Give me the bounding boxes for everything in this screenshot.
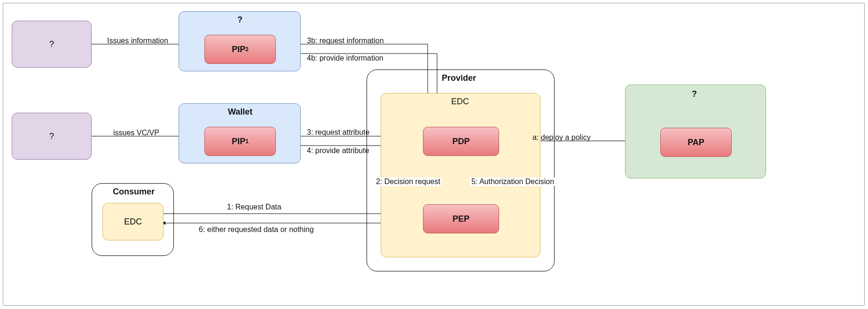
edge-3: 3: request attribute: [305, 128, 371, 137]
wallet-title: Wallet: [228, 107, 252, 117]
pap-container-title: ?: [692, 89, 697, 99]
issuer-mid-box: ?: [12, 113, 92, 160]
issuer-top-label: ?: [49, 39, 54, 49]
edge-4: 4: provide attribute: [305, 147, 371, 155]
consumer-edc-label: EDC: [124, 217, 142, 227]
edge-5: 5: Authorization Decision: [470, 178, 555, 186]
edge-a: a: deploy a policy: [531, 133, 592, 142]
edge-2: 2: Decision request: [375, 178, 442, 186]
pdp-label: PDP: [452, 137, 469, 147]
pdp-module: PDP: [423, 127, 499, 156]
consumer-title: Consumer: [113, 187, 155, 197]
edge-4b: 4b: provide information: [305, 54, 385, 62]
edge-3b: 3b: request information: [305, 37, 385, 45]
pip2-label-base: PIP: [232, 45, 245, 54]
pap-label: PAP: [688, 138, 704, 147]
edge-issues-vcvp: issues VC/VP: [112, 129, 161, 137]
pap-module: PAP: [660, 128, 732, 157]
provider-edc-title: EDC: [451, 97, 469, 107]
issuer-mid-label: ?: [49, 131, 54, 141]
diagram-canvas: ? ? ? PIP2 Wallet PIP1 Consumer EDC Prov…: [0, 0, 868, 309]
pip2-label-sub: 2: [245, 46, 249, 53]
pip1-module: PIP1: [204, 127, 276, 156]
pep-module: PEP: [423, 204, 499, 233]
edge-6: 6: either requested data or nothing: [197, 225, 315, 234]
consumer-edc-box: EDC: [102, 203, 164, 240]
pip2-container-title: ?: [237, 15, 242, 25]
pip2-module: PIP2: [204, 35, 276, 64]
edge-1: 1: Request Data: [226, 203, 283, 211]
pip1-label-sub: 1: [245, 138, 249, 145]
provider-title: Provider: [442, 73, 476, 83]
pip1-label-base: PIP: [232, 137, 245, 147]
issuer-top-box: ?: [12, 21, 92, 68]
pep-label: PEP: [453, 214, 469, 224]
edge-issues-info: Issues information: [106, 37, 170, 45]
